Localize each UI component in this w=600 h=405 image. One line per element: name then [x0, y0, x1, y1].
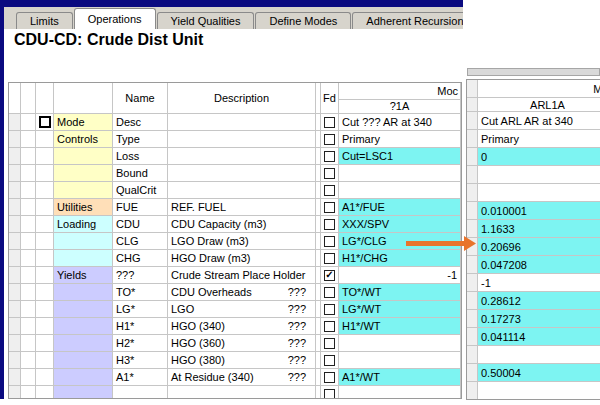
name-cell[interactable]: H3* — [113, 352, 168, 369]
fd-cell[interactable] — [321, 131, 339, 148]
description-cell[interactable]: At Residue (340)??? — [168, 369, 316, 386]
spare-cell[interactable] — [21, 148, 36, 165]
moc-cell[interactable]: XXX/SPV — [339, 216, 461, 233]
spare-cell[interactable] — [21, 233, 36, 250]
description-cell[interactable]: CDU Overheads??? — [168, 284, 316, 301]
panel-row-indicator[interactable] — [467, 256, 478, 274]
panel-row-indicator[interactable] — [467, 130, 478, 148]
name-cell[interactable]: Type — [113, 131, 168, 148]
panel-value-cell[interactable] — [478, 166, 600, 184]
row-indicator-cell[interactable] — [9, 114, 21, 131]
current-row-indicator[interactable] — [39, 116, 51, 128]
selector-cell[interactable] — [36, 182, 54, 199]
panel-value-cell[interactable]: 0.50004 — [478, 364, 600, 382]
selector-cell[interactable] — [36, 114, 54, 131]
fd-cell[interactable] — [321, 182, 339, 199]
name-cell[interactable]: ??? — [113, 267, 168, 284]
spare-cell[interactable] — [21, 335, 36, 352]
moc-cell[interactable]: A1*/WT — [339, 369, 461, 386]
panel-row-indicator[interactable] — [467, 238, 478, 256]
panel-row-indicator[interactable] — [467, 274, 478, 292]
name-cell[interactable]: TO* — [113, 284, 168, 301]
selector-cell[interactable] — [36, 216, 54, 233]
moc-cell[interactable]: H1*/WT — [339, 318, 461, 335]
panel-value-cell[interactable]: 0.041114 — [478, 328, 600, 346]
row-indicator-cell[interactable] — [9, 335, 21, 352]
spare-cell[interactable] — [21, 369, 36, 386]
moc-cell[interactable] — [339, 165, 461, 182]
description-cell[interactable]: HGO (340)??? — [168, 318, 316, 335]
fd-checkbox[interactable] — [324, 338, 335, 349]
name-cell[interactable]: CDU — [113, 216, 168, 233]
fd-cell[interactable] — [321, 318, 339, 335]
description-cell[interactable]: LGO??? — [168, 301, 316, 318]
panel-value-cell[interactable]: 0.010001 — [478, 202, 600, 220]
description-cell[interactable] — [168, 386, 316, 399]
panel-value-cell[interactable] — [478, 184, 600, 202]
fd-checkbox[interactable]: ✓ — [324, 270, 335, 281]
name-cell[interactable]: Desc — [113, 114, 168, 131]
fd-cell[interactable] — [321, 199, 339, 216]
fd-cell[interactable] — [321, 284, 339, 301]
tab-limits[interactable]: Limits — [16, 12, 73, 29]
panel-row-indicator[interactable] — [467, 328, 478, 346]
row-indicator-cell[interactable] — [9, 352, 21, 369]
spare-cell[interactable] — [21, 267, 36, 284]
tab-define-modes[interactable]: Define Modes — [255, 12, 351, 29]
description-cell[interactable]: HGO (380)??? — [168, 352, 316, 369]
panel-row-indicator[interactable] — [467, 148, 478, 166]
side-panel-title-bar[interactable] — [467, 68, 600, 76]
description-cell[interactable]: HGO Draw (m3) — [168, 250, 316, 267]
name-cell[interactable]: H1* — [113, 318, 168, 335]
description-cell[interactable]: LGO Draw (m3) — [168, 233, 316, 250]
panel-value-cell[interactable]: 0.20696 — [478, 238, 600, 256]
panel-value-cell[interactable] — [478, 382, 600, 400]
fd-checkbox[interactable] — [324, 168, 335, 179]
name-cell[interactable]: Bound — [113, 165, 168, 182]
panel-value-cell[interactable]: 1.1633 — [478, 220, 600, 238]
fd-cell[interactable] — [321, 386, 339, 399]
moc-cell[interactable] — [339, 386, 461, 399]
tab-yield-qualities[interactable]: Yield Qualities — [157, 12, 255, 29]
selector-cell[interactable] — [36, 148, 54, 165]
row-indicator-cell[interactable] — [9, 148, 21, 165]
selector-cell[interactable] — [36, 131, 54, 148]
row-indicator-cell[interactable] — [9, 182, 21, 199]
selector-cell[interactable] — [36, 318, 54, 335]
selector-cell[interactable] — [36, 165, 54, 182]
spare-cell[interactable] — [21, 284, 36, 301]
fd-checkbox[interactable] — [324, 151, 335, 162]
moc-cell[interactable] — [339, 182, 461, 199]
name-cell[interactable]: LG* — [113, 301, 168, 318]
panel-row-indicator[interactable] — [467, 292, 478, 310]
moc-cell[interactable]: A1*/FUE — [339, 199, 461, 216]
panel-row-indicator[interactable] — [467, 364, 478, 382]
fd-checkbox[interactable] — [324, 287, 335, 298]
panel-row-indicator[interactable] — [467, 166, 478, 184]
fd-checkbox[interactable] — [324, 321, 335, 332]
row-indicator-cell[interactable] — [9, 301, 21, 318]
panel-value-cell[interactable]: -1 — [478, 274, 600, 292]
description-cell[interactable]: HGO (360)??? — [168, 335, 316, 352]
selector-cell[interactable] — [36, 386, 54, 399]
tab-adherent-recursion[interactable]: Adherent Recursion — [352, 12, 463, 29]
panel-row-indicator[interactable] — [467, 346, 478, 364]
moc-cell[interactable]: Primary — [339, 131, 461, 148]
panel-row-indicator[interactable] — [467, 382, 478, 400]
panel-value-cell[interactable]: 0.17273 — [478, 310, 600, 328]
panel-row-indicator[interactable] — [467, 310, 478, 328]
fd-checkbox[interactable] — [324, 117, 335, 128]
spare-cell[interactable] — [21, 318, 36, 335]
panel-value-cell[interactable]: 0 — [478, 148, 600, 166]
description-cell[interactable]: Crude Stream Place Holder — [168, 267, 316, 284]
selector-cell[interactable] — [36, 267, 54, 284]
panel-row-indicator[interactable] — [467, 184, 478, 202]
spare-cell[interactable] — [21, 216, 36, 233]
fd-checkbox[interactable] — [324, 304, 335, 315]
description-cell[interactable] — [168, 148, 316, 165]
description-cell[interactable] — [168, 131, 316, 148]
fd-checkbox[interactable] — [324, 372, 335, 383]
selector-cell[interactable] — [36, 284, 54, 301]
spare-cell[interactable] — [21, 386, 36, 399]
fd-checkbox[interactable] — [324, 134, 335, 145]
